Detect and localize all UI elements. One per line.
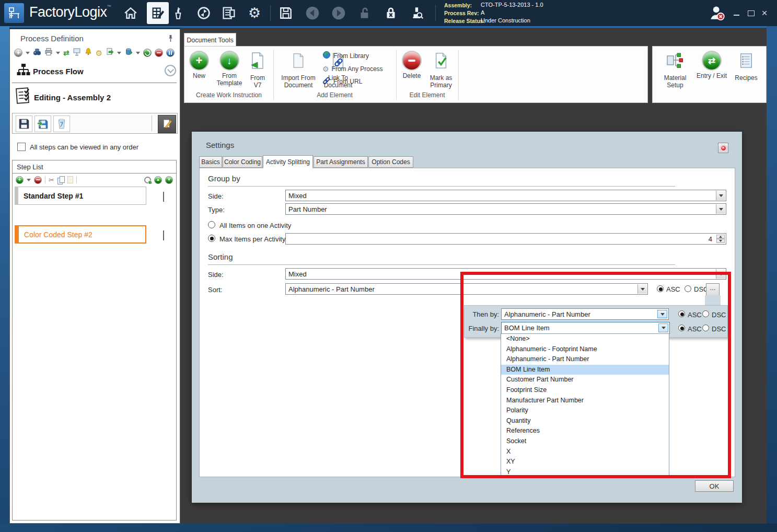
sort-option[interactable]: Manufacturer Part Number	[501, 396, 669, 406]
from-any-process-button[interactable]: ⚙ From Any Process	[322, 64, 383, 74]
sort-option[interactable]: Footprint Size	[501, 385, 669, 396]
gear-icon[interactable]: ⚙	[96, 49, 102, 57]
from-v7-button[interactable]: From V7	[246, 52, 269, 89]
settings-close-button[interactable]: ×	[718, 143, 728, 153]
groupby-type-select[interactable]: Part Number	[285, 203, 726, 215]
sort-option[interactable]: Quantity	[501, 416, 669, 426]
print-dropdown-caret-icon[interactable]	[56, 52, 60, 54]
remove-icon[interactable]	[155, 49, 163, 57]
spinner-control[interactable]	[716, 235, 725, 243]
move-step-down-button[interactable]: ▼	[165, 176, 173, 184]
sort-select[interactable]: Alphanumeric - Part Number	[285, 283, 648, 295]
save-icon[interactable]	[275, 2, 296, 24]
export-dropdown-caret-icon[interactable]	[117, 52, 121, 54]
import-from-document-button[interactable]: Import From Document	[276, 52, 320, 89]
sort-option[interactable]: Socket	[501, 436, 669, 447]
export-icon[interactable]	[106, 48, 114, 58]
sort-option-selected[interactable]: BOM Line Item	[501, 365, 669, 375]
copy-icon[interactable]	[57, 176, 64, 184]
remove-step-button[interactable]	[34, 176, 42, 184]
add-step-caret-icon[interactable]	[27, 179, 31, 181]
all-items-radio[interactable]	[208, 221, 215, 228]
minimize-button[interactable]	[730, 7, 742, 19]
import-save-button[interactable]	[34, 115, 51, 132]
sort-option[interactable]: XY	[501, 457, 669, 467]
presentation-icon[interactable]	[73, 48, 81, 58]
sync-process-icon[interactable]: ⇄	[63, 49, 69, 56]
sort-option[interactable]: Polarity	[501, 406, 669, 416]
max-items-input[interactable]: 4	[285, 233, 726, 245]
refresh-icon[interactable]	[143, 49, 152, 57]
recipes-button[interactable]: Recipes	[730, 52, 762, 82]
sync-icon[interactable]	[193, 2, 214, 24]
report-icon[interactable]	[218, 2, 239, 24]
chevron-down-icon[interactable]	[637, 284, 647, 294]
max-items-radio[interactable]	[208, 235, 215, 242]
material-setup-button[interactable]: Material Setup	[657, 52, 693, 89]
from-template-button[interactable]: ↓ From Template	[213, 52, 246, 87]
sort-asc-radio[interactable]	[657, 285, 664, 292]
tab-color-coding[interactable]: Color Coding	[223, 156, 262, 168]
groupby-side-select[interactable]: Mixed	[285, 190, 726, 201]
paste-icon[interactable]	[67, 176, 73, 183]
step-expand-chevron-icon[interactable]	[163, 230, 170, 238]
entry-exit-button[interactable]: ⇄ Entry / Exit	[693, 52, 730, 79]
pin-icon[interactable]	[167, 34, 175, 44]
finally-by-select[interactable]: BOM Line Item	[501, 322, 670, 334]
save-document-button[interactable]	[16, 115, 32, 132]
step-item-color-coded[interactable]: Color Coded Step #2	[15, 225, 146, 244]
close-button[interactable]: ×	[759, 7, 770, 19]
chevron-down-icon[interactable]	[716, 269, 725, 279]
step-item-standard[interactable]: Standard Step #1	[15, 187, 146, 205]
find-step-icon[interactable]	[144, 177, 151, 183]
unlock-icon[interactable]	[354, 2, 375, 24]
chevron-down-icon[interactable]	[716, 204, 725, 214]
tab-option-codes[interactable]: Option Codes	[368, 156, 413, 168]
user-icon[interactable]	[705, 2, 728, 24]
settings-gear-icon[interactable]: ⚙	[244, 2, 265, 24]
sorting-side-select[interactable]: Mixed	[285, 268, 726, 280]
back-icon[interactable]	[302, 2, 323, 24]
ok-button[interactable]: OK	[695, 480, 734, 492]
chevron-down-icon[interactable]	[658, 323, 668, 332]
any-order-checkbox[interactable]	[17, 143, 26, 151]
then-by-asc-radio[interactable]	[678, 310, 685, 317]
spin-down-icon[interactable]	[716, 239, 725, 243]
step-expand-chevron-icon[interactable]	[163, 192, 170, 199]
home-icon[interactable]	[120, 2, 141, 24]
new-work-instruction-button[interactable]: + New	[185, 52, 213, 79]
from-library-button[interactable]: From Library	[322, 51, 369, 61]
from-url-button[interactable]: From URL	[322, 76, 362, 87]
move-step-up-button[interactable]: ▲	[154, 176, 162, 184]
lock-x-icon[interactable]	[380, 2, 401, 24]
then-by-select[interactable]: Alphanumeric - Part Number	[501, 308, 669, 320]
print-icon[interactable]	[44, 48, 53, 58]
collapse-down-icon[interactable]	[165, 65, 176, 76]
recycle-dropdown-caret-icon[interactable]	[136, 52, 140, 54]
add-step-button[interactable]: +	[16, 176, 24, 184]
spin-up-icon[interactable]	[716, 235, 725, 239]
sort-option[interactable]: Alphanumeric - Footprint Name	[501, 344, 669, 355]
add-dropdown-caret-icon[interactable]	[26, 52, 30, 54]
chevron-down-icon[interactable]	[716, 191, 725, 200]
chevron-down-icon[interactable]	[657, 310, 667, 318]
sort-option[interactable]: Customer Part Number	[501, 375, 669, 385]
audit-search-icon[interactable]	[407, 2, 427, 24]
sort-dsc-radio[interactable]	[685, 285, 691, 292]
sort-option[interactable]: X	[501, 447, 669, 457]
tab-document-tools[interactable]: Document Tools	[184, 33, 236, 47]
then-by-dsc-radio[interactable]	[702, 310, 709, 317]
finally-by-dsc-radio[interactable]	[702, 325, 709, 331]
process-definition-icon[interactable]	[147, 2, 169, 24]
more-sort-options-button[interactable]: ...	[706, 283, 720, 296]
recycle-bin-icon[interactable]	[124, 48, 133, 58]
sort-option[interactable]: <None>	[501, 334, 669, 344]
add-icon[interactable]: +	[14, 49, 22, 57]
sort-option[interactable]: Alphanumeric - Part Number	[501, 354, 669, 365]
finally-by-asc-radio[interactable]	[678, 325, 685, 331]
materials-icon[interactable]	[168, 2, 189, 24]
tab-part-assignments[interactable]: Part Assignments	[314, 156, 368, 168]
delete-element-button[interactable]: Delete	[399, 52, 425, 79]
sort-option[interactable]: Y	[501, 467, 669, 478]
pause-icon[interactable]	[166, 49, 175, 57]
